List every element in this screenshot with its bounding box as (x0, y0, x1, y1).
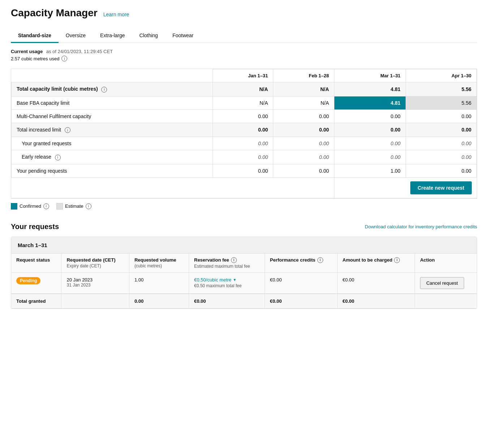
th-request-status: Request status (11, 254, 61, 273)
create-new-request-button[interactable]: Create new request (410, 181, 471, 194)
row-val-early-jan: 0.00 (213, 150, 273, 164)
fee-rate-value: €0.50/cubic metre (194, 277, 231, 283)
amount-charged-info-icon[interactable]: i (394, 257, 400, 263)
row-label-mcf: Multi-Channel Fulfilment capacity (12, 109, 213, 123)
th-action: Action (415, 254, 477, 273)
legend-estimate: Estimate i (56, 203, 91, 210)
total-date-cell (61, 294, 129, 309)
cell-fee: €0.50/cubic metre ▼ €0.50 maximum total … (189, 272, 265, 294)
th-requested-date: Requested date (CET) Expiry date (CET) (61, 254, 129, 273)
row-val-total-feb: N/A (273, 82, 334, 96)
current-usage-value: 2.57 cubic metres used (11, 56, 59, 61)
row-val-early-feb: 0.00 (273, 150, 334, 164)
tab-clothing[interactable]: Clothing (132, 29, 165, 43)
requested-date-value: 20 Jan 2023 (67, 277, 124, 283)
row-val-base-jan: N/A (213, 96, 273, 109)
cell-date: 20 Jan 2023 31 Jan 2023 (61, 272, 129, 294)
th-requested-volume: Requested volume (cubic metres) (129, 254, 189, 273)
row-val-pending-mar: 1.00 (334, 164, 406, 177)
row-val-granted-feb: 0.00 (273, 137, 334, 150)
total-volume: 0.00 (129, 294, 189, 309)
capacity-table: Jan 1–31 Feb 1–28 Mar 1–31 Apr 1–30 Tota… (11, 69, 477, 198)
requests-section: March 1–31 Request status Requested date… (11, 237, 477, 309)
usage-info-icon[interactable]: i (61, 56, 67, 61)
total-fee: €0.00 (189, 294, 265, 309)
total-cap-info-icon[interactable]: i (101, 87, 107, 92)
increased-info-icon[interactable]: i (65, 127, 70, 133)
row-val-base-mar: 4.81 (334, 96, 406, 109)
cell-amount-charged: €0.00 (337, 272, 415, 294)
legend: Confirmed i Estimate i (11, 203, 477, 210)
row-val-base-feb: N/A (273, 96, 334, 109)
row-val-granted-jan: 0.00 (213, 137, 273, 150)
cell-status: Pending (11, 272, 61, 294)
capacity-table-wrapper: Jan 1–31 Feb 1–28 Mar 1–31 Apr 1–30 Tota… (11, 69, 477, 199)
th-amount-to-be-charged: Amount to be charged i (337, 254, 415, 273)
row-val-total-mar: 4.81 (334, 82, 406, 96)
cell-volume: 1.00 (129, 272, 189, 294)
tabs-bar: Standard-size Oversize Extra-large Cloth… (11, 29, 477, 43)
table-row: Early release i 0.00 0.00 0.00 0.00 (12, 150, 477, 164)
row-val-granted-apr: 0.00 (406, 137, 476, 150)
confirmed-info-icon[interactable]: i (43, 203, 49, 209)
fee-total-value: €0.50 maximum total fee (194, 283, 260, 288)
table-row: Base FBA capacity limit N/A N/A 4.81 5.5… (12, 96, 477, 109)
row-val-pending-feb: 0.00 (273, 164, 334, 177)
requests-table: Request status Requested date (CET) Expi… (11, 254, 477, 309)
cancel-request-button[interactable]: Cancel request (420, 277, 464, 289)
estimate-color-box (56, 203, 63, 210)
tab-oversize[interactable]: Oversize (59, 29, 93, 43)
table-row: Your granted requests 0.00 0.00 0.00 0.0… (12, 137, 477, 150)
expiry-date-value: 31 Jan 2023 (67, 283, 124, 288)
row-val-inc-jan: 0.00 (213, 123, 273, 137)
confirmed-color-box (11, 203, 17, 210)
table-row: Multi-Channel Fulfilment capacity 0.00 0… (12, 109, 477, 123)
col-header-mar: Mar 1–31 (334, 69, 406, 82)
learn-more-link[interactable]: Learn more (103, 12, 129, 17)
row-val-inc-apr: 0.00 (406, 123, 476, 137)
fee-rate-link[interactable]: €0.50/cubic metre ▼ (194, 277, 260, 283)
row-val-base-apr: 5.56 (406, 96, 476, 109)
performance-credits-info-icon[interactable]: i (317, 257, 323, 263)
total-action-cell (415, 294, 477, 309)
row-val-inc-mar: 0.00 (334, 123, 406, 137)
col-header-label (12, 69, 213, 82)
row-val-total-jan: N/A (213, 82, 273, 96)
section-month-label: March 1–31 (11, 237, 477, 254)
reservation-fee-info-icon[interactable]: i (231, 257, 237, 263)
row-label-base-fba: Base FBA capacity limit (12, 96, 213, 109)
row-val-mcf-feb: 0.00 (273, 109, 334, 123)
table-row: Total capacity limit (cubic metres) i N/… (12, 82, 477, 96)
row-val-mcf-jan: 0.00 (213, 109, 273, 123)
row-label-pending: Your pending requests (12, 164, 213, 177)
estimate-label: Estimate (65, 203, 84, 209)
col-header-apr: Apr 1–30 (406, 69, 476, 82)
chevron-down-icon: ▼ (233, 278, 236, 282)
tab-extra-large[interactable]: Extra-large (93, 29, 132, 43)
tab-standard-size[interactable]: Standard-size (11, 29, 59, 43)
row-label-total: Total capacity limit (cubic metres) i (12, 82, 213, 96)
row-label-early-release: Early release i (12, 150, 213, 164)
total-row: Total granted 0.00 €0.00 €0.00 €0.00 (11, 294, 477, 309)
download-calculator-link[interactable]: Download calculator for inventory perfor… (365, 224, 477, 229)
row-val-mcf-mar: 0.00 (334, 109, 406, 123)
table-row: Your pending requests 0.00 0.00 1.00 0.0… (12, 164, 477, 177)
row-label-granted: Your granted requests (12, 137, 213, 150)
total-credits: €0.00 (265, 294, 337, 309)
estimate-info-icon[interactable]: i (86, 203, 91, 209)
cell-performance-credits: €0.00 (265, 272, 337, 294)
total-label: Total granted (11, 294, 61, 309)
your-requests-header: Your requests Download calculator for in… (11, 223, 477, 231)
request-row: Pending 20 Jan 2023 31 Jan 2023 1.00 €0.… (11, 272, 477, 294)
row-val-inc-feb: 0.00 (273, 123, 334, 137)
row-val-total-apr: 5.56 (406, 82, 476, 96)
col-header-feb: Feb 1–28 (273, 69, 334, 82)
action-row: Create new request (12, 177, 477, 198)
th-reservation-fee: Reservation fee i Estimated maximum tota… (189, 254, 265, 273)
total-amount: €0.00 (337, 294, 415, 309)
tab-footwear[interactable]: Footwear (165, 29, 201, 43)
confirmed-label: Confirmed (20, 203, 41, 209)
legend-confirmed: Confirmed i (11, 203, 49, 210)
early-release-info-icon[interactable]: i (55, 155, 61, 160)
current-usage-date: as of 24/01/2023, 11:29:45 CET (46, 49, 113, 54)
